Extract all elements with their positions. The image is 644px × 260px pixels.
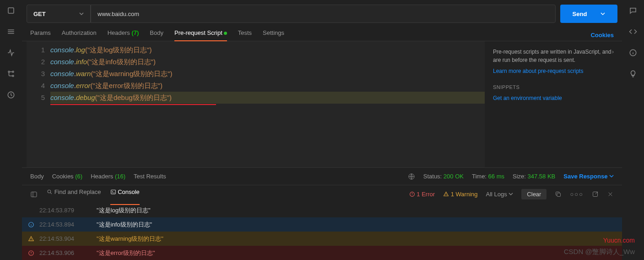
send-label: Send <box>573 11 587 17</box>
log-row[interactable]: 22:14:53.906"这是error级别的日志" <box>22 246 622 260</box>
more-icon[interactable]: ○○○ <box>570 191 584 198</box>
snippets-title: SNIPPETS <box>493 83 614 91</box>
error-icon <box>409 191 415 197</box>
log-row[interactable]: 22:14:53.904"这是warning级别的日志" <box>22 232 622 246</box>
svg-point-2 <box>12 75 14 77</box>
apis-icon[interactable] <box>7 28 15 36</box>
resp-tab-headers[interactable]: Headers (16) <box>91 173 125 180</box>
tab-pre-request-script[interactable]: Pre-request Script <box>174 29 227 41</box>
code-content: console.log("这是log级别的日志")console.info("这… <box>50 41 485 167</box>
warning-icon <box>443 191 449 197</box>
warning-count[interactable]: 1 Warning <box>443 191 477 198</box>
console-tab[interactable]: Console <box>110 188 140 200</box>
log-message: "这是warning级别的日志" <box>97 235 163 243</box>
modified-dot-icon <box>224 32 227 35</box>
info-icon <box>27 221 35 228</box>
code-line[interactable]: console.log("这是log级别的日志") <box>50 44 485 56</box>
log-message: "这是error级别的日志" <box>97 249 155 257</box>
copy-icon[interactable] <box>555 191 562 198</box>
code-editor[interactable]: 12345 console.log("这是log级别的日志")console.i… <box>27 41 485 167</box>
error-icon <box>27 250 35 256</box>
close-icon[interactable] <box>607 191 614 198</box>
help-link[interactable]: Learn more about pre-request scripts <box>493 67 614 75</box>
log-row[interactable]: 22:14:53.879"这是log级别的日志" <box>22 203 622 217</box>
console-output: 22:14:53.879"这是log级别的日志"22:14:53.894"这是i… <box>22 203 622 260</box>
tab-tests[interactable]: Tests <box>238 29 252 41</box>
log-message: "这是log级别的日志" <box>97 206 151 215</box>
globe-icon[interactable] <box>408 173 415 180</box>
comments-icon[interactable] <box>629 6 637 15</box>
history-icon[interactable] <box>7 91 15 99</box>
method-value: GET <box>33 11 46 17</box>
lightbulb-icon[interactable] <box>629 70 637 78</box>
help-text: Pre-request scripts are written in JavaS… <box>493 48 614 64</box>
search-icon <box>47 189 53 195</box>
tab-body[interactable]: Body <box>150 29 163 41</box>
svg-point-3 <box>12 71 14 72</box>
console-icon <box>110 189 116 195</box>
code-icon[interactable] <box>629 28 637 36</box>
flow-icon[interactable] <box>7 70 15 78</box>
log-timestamp: 22:14:53.894 <box>39 221 92 228</box>
chevron-down-icon <box>601 11 605 16</box>
code-line[interactable]: console.warn("这是warning级别的日志") <box>50 68 485 80</box>
svg-point-1 <box>8 71 10 72</box>
main-panel: GET www.baidu.com Send Params Authorizat… <box>22 0 622 260</box>
warn-icon <box>27 236 35 242</box>
log-timestamp: 22:14:53.904 <box>39 235 92 242</box>
svg-rect-0 <box>8 8 14 13</box>
resp-tab-body[interactable]: Body <box>30 173 44 180</box>
svg-point-7 <box>48 190 51 193</box>
request-row: GET www.baidu.com Send <box>22 0 622 23</box>
monitor-icon[interactable] <box>7 49 15 57</box>
clear-button[interactable]: Clear <box>521 189 547 199</box>
method-select[interactable]: GET <box>27 5 91 23</box>
log-timestamp: 22:14:53.906 <box>39 249 92 256</box>
request-tabs: Params Authorization Headers (7) Body Pr… <box>22 23 622 41</box>
sidebar-icon[interactable] <box>30 191 38 198</box>
url-value: www.baidu.com <box>97 11 139 17</box>
svg-rect-10 <box>557 193 561 197</box>
chevron-down-icon <box>509 192 513 196</box>
svg-rect-6 <box>31 192 37 197</box>
find-replace-tab[interactable]: Find and Replace <box>47 188 101 200</box>
left-sidebar <box>0 0 22 260</box>
code-line[interactable]: console.info("这是info级别的日志") <box>50 56 485 68</box>
log-timestamp: 22:14:53.879 <box>39 207 92 214</box>
tab-params[interactable]: Params <box>30 29 51 41</box>
resp-tab-cookies[interactable]: Cookies (6) <box>52 173 82 180</box>
tab-authorization[interactable]: Authorization <box>62 29 97 41</box>
url-input[interactable]: www.baidu.com <box>91 5 556 23</box>
response-tabs: Body Cookies (6) Headers (16) Test Resul… <box>22 167 622 185</box>
chevron-down-icon <box>609 174 614 178</box>
line-gutter: 12345 <box>27 41 50 167</box>
code-line[interactable]: console.debug("这是debug级别的日志") <box>50 92 485 104</box>
save-response-button[interactable]: Save Response <box>563 173 614 180</box>
code-line[interactable]: console.error("这是error级别的日志") <box>50 80 485 92</box>
help-panel: › Pre-request scripts are written in Jav… <box>485 41 622 167</box>
send-button[interactable]: Send <box>560 5 617 23</box>
error-count[interactable]: 1 Error <box>409 191 435 198</box>
snippet-get-env[interactable]: Get an environment variable <box>493 94 614 102</box>
status-label: Status: 200 OK <box>423 173 464 180</box>
resp-tab-tests[interactable]: Test Results <box>134 173 166 180</box>
log-filter[interactable]: All Logs <box>486 191 513 198</box>
editor-area: 12345 console.log("这是log级别的日志")console.i… <box>22 41 622 167</box>
tab-settings[interactable]: Settings <box>263 29 284 41</box>
size-label: Size: 347.58 KB <box>513 173 555 180</box>
info-icon[interactable] <box>629 49 637 57</box>
popout-icon[interactable] <box>592 191 599 198</box>
tab-headers[interactable]: Headers (7) <box>108 29 139 41</box>
chevron-right-icon[interactable]: › <box>612 48 614 56</box>
svg-rect-8 <box>111 190 115 194</box>
collections-icon[interactable] <box>7 6 15 15</box>
log-message: "这是info级别的日志" <box>97 221 152 229</box>
right-sidebar <box>622 0 644 260</box>
log-row[interactable]: 22:14:53.894"这是info级别的日志" <box>22 217 622 232</box>
chevron-down-icon <box>79 11 84 16</box>
time-label: Time: 66 ms <box>472 173 504 180</box>
bottom-bar: Find and Replace Console 1 Error 1 Warni… <box>22 185 622 203</box>
cookies-link[interactable]: Cookies <box>590 32 614 39</box>
